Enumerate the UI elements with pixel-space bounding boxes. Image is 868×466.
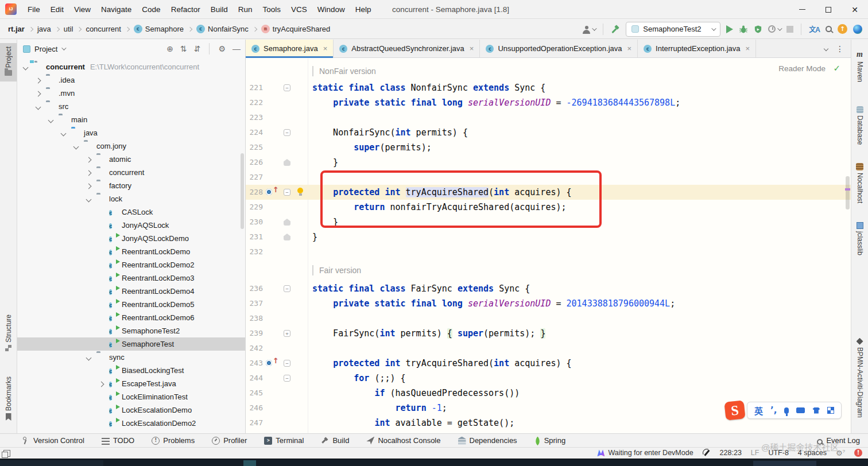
stripe-tab-database[interactable]: Database <box>851 100 868 148</box>
run-configuration-select[interactable]: SemaphoneTest2 <box>626 22 720 37</box>
tree-scrollbar[interactable] <box>241 153 244 229</box>
stripe-tab-maven[interactable]: mMaven <box>851 44 868 86</box>
ime-language-toggle[interactable]: 英 <box>754 405 763 417</box>
tool-window-button-dependencies[interactable]: Dependencies <box>458 436 517 445</box>
translate-icon[interactable]: 文A <box>809 24 820 34</box>
user-menu-button[interactable] <box>583 25 595 34</box>
tool-window-switcher-icon[interactable] <box>3 450 10 457</box>
tool-window-button-profiler[interactable]: Profiler <box>212 436 247 445</box>
menu-vcs[interactable]: VCS <box>286 0 312 19</box>
skin-icon[interactable] <box>812 407 820 414</box>
maximize-button[interactable] <box>815 0 842 19</box>
tree-open-chevron-icon[interactable] <box>72 142 81 150</box>
tree-item-factory[interactable]: factory <box>17 179 245 192</box>
tree-open-chevron-icon[interactable] <box>46 115 56 124</box>
tree-open-chevron-icon[interactable] <box>21 63 30 71</box>
overrides-method-icon[interactable]: ↑ <box>266 188 278 196</box>
tree-open-chevron-icon[interactable] <box>59 129 68 137</box>
breadcrumb-item[interactable]: cSemaphore <box>134 25 184 33</box>
tree-item-.idea[interactable]: .idea <box>17 73 245 87</box>
tree-item-lockescalationdemo[interactable]: cLockEscalationDemo <box>17 403 245 417</box>
close-icon[interactable]: × <box>323 44 328 53</box>
overrides-method-icon[interactable]: ↑ <box>266 359 278 367</box>
tree-item-jonyaqslock[interactable]: cJonyAQSLock <box>17 219 245 232</box>
expand-all-button[interactable]: ⇅ <box>180 44 187 53</box>
editor-tab[interactable]: cInterruptedException.java× <box>638 40 756 57</box>
microphone-icon[interactable] <box>784 407 789 414</box>
tool-window-button-terminal[interactable]: >Terminal <box>264 436 304 445</box>
close-icon[interactable]: × <box>746 44 750 53</box>
project-panel-title[interactable]: Project <box>34 45 57 53</box>
read-only-icon[interactable] <box>703 449 711 457</box>
stop-button[interactable] <box>786 26 793 33</box>
tree-item-sync[interactable]: sync <box>17 351 245 364</box>
stripe-tab-structure[interactable]: Structure <box>0 311 17 357</box>
fold-marker-icon[interactable] <box>284 159 290 166</box>
tree-closed-chevron-icon[interactable] <box>97 379 106 388</box>
breadcrumb-item[interactable]: java <box>37 25 51 33</box>
tree-item-concurrent[interactable]: concurrentE:\TLWork\concurrent\concurren… <box>17 60 245 73</box>
tree-item-escapetest.java[interactable]: cEscapeTest.java <box>17 377 245 390</box>
breadcrumb-item[interactable]: concurrent <box>86 25 121 33</box>
fold-marker-icon[interactable]: + <box>284 330 290 337</box>
tree-item-reentrantlockdemo[interactable]: cReentrantLockDemo <box>17 245 245 258</box>
fold-marker-icon[interactable]: − <box>284 360 290 367</box>
fold-marker-icon[interactable] <box>284 219 290 226</box>
collapse-all-button[interactable]: ⇵ <box>194 44 201 53</box>
editor-tab[interactable]: cAbstractQueuedSynchronizer.java× <box>334 40 480 57</box>
menu-window[interactable]: Window <box>312 0 350 19</box>
plugin-sphere-icon[interactable] <box>853 25 862 34</box>
tree-open-chevron-icon[interactable] <box>84 353 94 362</box>
menu-navigate[interactable]: Navigate <box>96 0 137 19</box>
stripe-tab-project[interactable]: Project <box>0 43 17 81</box>
fold-marker-icon[interactable]: − <box>284 375 290 382</box>
menu-edit[interactable]: Edit <box>45 0 69 19</box>
tree-item-.mvn[interactable]: .mvn <box>17 87 245 100</box>
menu-help[interactable]: Help <box>350 0 377 19</box>
search-everywhere-button[interactable] <box>826 26 832 32</box>
stripe-tab-jclasslib[interactable]: jclasslib <box>851 216 868 259</box>
chevron-down-icon[interactable] <box>62 45 67 50</box>
fold-marker-icon[interactable]: − <box>284 129 290 136</box>
breadcrumb-item[interactable]: mtryAcquireShared <box>261 25 330 33</box>
tree-item-com.jony[interactable]: com.jony <box>17 139 245 153</box>
coverage-button[interactable] <box>754 25 762 34</box>
more-options-icon[interactable]: ⋮ <box>836 44 844 53</box>
tree-closed-chevron-icon[interactable] <box>84 168 94 177</box>
tool-window-button-build[interactable]: Build <box>321 436 349 445</box>
tree-item-lockescalationdemo2[interactable]: cLockEscalationDemo2 <box>17 417 245 430</box>
tree-item-caslock[interactable]: cCASLock <box>17 205 245 219</box>
stripe-tab-bookmarks[interactable]: Bookmarks <box>0 373 17 426</box>
fold-marker-icon[interactable] <box>284 234 290 240</box>
menu-run[interactable]: Run <box>233 0 258 19</box>
close-icon[interactable]: × <box>470 44 474 53</box>
tree-item-reentrantlockdemo3[interactable]: cReentrantLockDemo3 <box>17 271 245 285</box>
breadcrumb-item[interactable]: util <box>64 25 73 33</box>
caret-position[interactable]: 228:23 <box>720 449 742 457</box>
tool-window-button-version-control[interactable]: Version Control <box>22 436 84 445</box>
minimize-button[interactable] <box>789 0 815 19</box>
sogou-logo-icon[interactable]: S <box>724 400 745 420</box>
menu-code[interactable]: Code <box>137 0 165 19</box>
tree-item-src[interactable]: src <box>17 100 245 113</box>
debug-button[interactable] <box>739 25 748 34</box>
hide-panel-button[interactable]: — <box>232 44 241 53</box>
stripe-tab-nocalhost[interactable]: Nocalhost <box>851 157 868 207</box>
update-button[interactable]: ↑ <box>838 24 847 34</box>
tool-window-button-spring[interactable]: Spring <box>534 436 566 445</box>
tree-item-reentrantlockdemo5[interactable]: cReentrantLockDemo5 <box>17 298 245 311</box>
tree-item-java[interactable]: java <box>17 126 245 139</box>
devmode-status[interactable]: Waiting for enter DevMode <box>597 449 693 457</box>
file-encoding[interactable]: UTF-8 <box>768 449 788 457</box>
tree-closed-chevron-icon[interactable] <box>34 76 43 84</box>
tree-open-chevron-icon[interactable] <box>34 102 43 111</box>
breadcrumb-item[interactable]: rt.jar <box>8 25 25 33</box>
tree-item-reentrantlockdemo6[interactable]: cReentrantLockDemo6 <box>17 311 245 324</box>
gear-icon[interactable]: ⚙? <box>836 449 845 457</box>
tree-item-lockeliminationtest[interactable]: cLockEliminationTest <box>17 390 245 403</box>
close-icon[interactable]: × <box>627 44 632 53</box>
tree-item-concurrent[interactable]: concurrent <box>17 166 245 179</box>
menu-build[interactable]: Build <box>206 0 233 19</box>
fold-marker-icon[interactable]: − <box>284 189 290 196</box>
locate-file-button[interactable]: ⊕ <box>166 44 173 53</box>
